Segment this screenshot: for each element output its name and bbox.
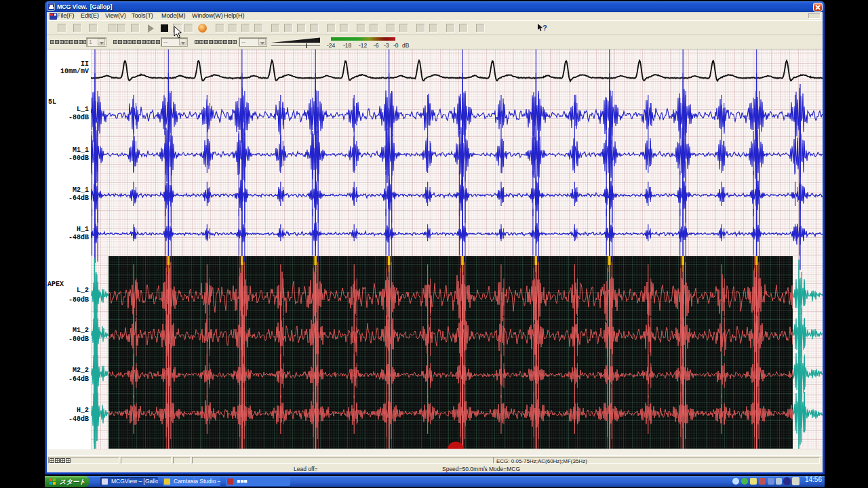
- svg-text:?: ?: [542, 24, 547, 32]
